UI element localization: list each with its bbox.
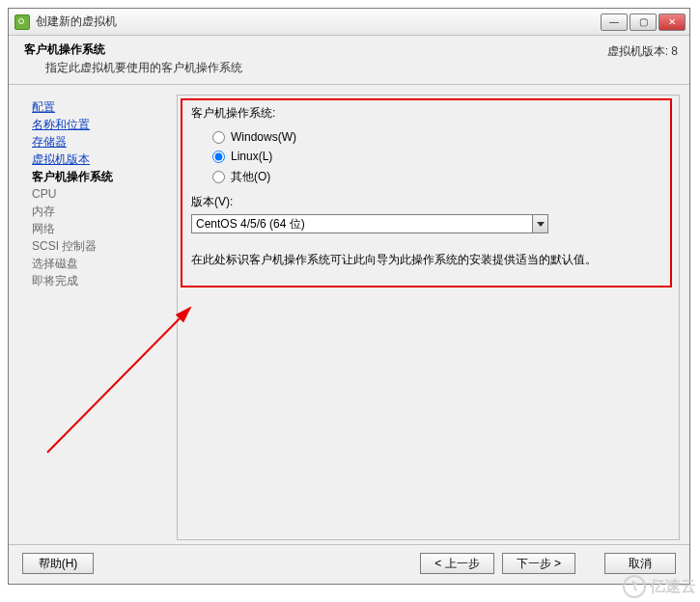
watermark-text: 亿速云 [650,577,696,597]
maximize-button[interactable]: ▢ [630,14,657,31]
version-dropdown[interactable]: CentOS 4/5/6 (64 位) [191,214,548,233]
app-icon [14,14,30,30]
wizard-footer: 帮助(H) < 上一步 下一步 > 取消 [9,544,689,584]
sidebar-item-storage[interactable]: 存储器 [32,133,171,150]
radio-windows-input[interactable] [212,131,225,144]
help-button[interactable]: 帮助(H) [22,553,94,574]
watermark-logo-icon: ໂ [623,575,646,598]
radio-windows[interactable]: Windows(W) [191,127,663,147]
sidebar-item-vm-version[interactable]: 虚拟机版本 [32,150,171,168]
vm-version-label: 虚拟机版本: 8 [607,41,678,76]
close-button[interactable]: ✕ [658,14,686,31]
titlebar: 创建新的虚拟机 — ▢ ✕ [9,9,689,36]
sidebar-item-guest-os: 客户机操作系统 [32,168,171,185]
next-button[interactable]: 下一步 > [502,553,575,574]
wizard-window: 创建新的虚拟机 — ▢ ✕ 客户机操作系统 指定此虚拟机要使用的客户机操作系统 … [8,8,690,585]
guest-os-group-label: 客户机操作系统: [191,105,663,122]
version-label: 版本(V): [191,194,663,210]
sidebar-item-ready: 即将完成 [32,272,171,289]
window-title: 创建新的虚拟机 [36,14,117,30]
page-subtitle: 指定此虚拟机要使用的客户机操作系统 [24,60,607,76]
sidebar-item-config[interactable]: 配置 [32,98,171,116]
radio-linux[interactable]: Linux(L) [191,147,663,166]
chevron-down-icon[interactable] [532,215,547,233]
radio-other[interactable]: 其他(O) [191,166,663,188]
wizard-header: 客户机操作系统 指定此虚拟机要使用的客户机操作系统 虚拟机版本: 8 [9,36,689,85]
radio-other-label: 其他(O) [231,169,270,185]
radio-other-input[interactable] [212,171,225,183]
version-dropdown-value: CentOS 4/5/6 (64 位) [192,216,532,233]
minimize-button[interactable]: — [601,14,628,31]
page-title: 客户机操作系统 [24,41,607,58]
wizard-steps-sidebar: 配置 名称和位置 存储器 虚拟机版本 客户机操作系统 CPU 内存 网络 SCS… [22,95,177,540]
watermark: ໂ 亿速云 [623,575,696,598]
back-button[interactable]: < 上一步 [420,553,493,574]
sidebar-item-name-location[interactable]: 名称和位置 [32,116,171,133]
radio-linux-label: Linux(L) [231,150,272,163]
sidebar-item-memory: 内存 [32,203,171,220]
radio-windows-label: Windows(W) [231,130,296,144]
sidebar-item-disk: 选择磁盘 [32,255,171,272]
cancel-button[interactable]: 取消 [604,553,676,574]
sidebar-item-cpu: CPU [32,185,171,203]
sidebar-item-network: 网络 [32,220,171,237]
radio-linux-input[interactable] [212,150,225,163]
guest-os-hint-text: 在此处标识客户机操作系统可让此向导为此操作系统的安装提供适当的默认值。 [191,251,663,268]
wizard-content-pane: 客户机操作系统: Windows(W) Linux(L) 其他(O) 版本(V)… [177,95,680,540]
sidebar-item-scsi: SCSI 控制器 [32,237,171,255]
